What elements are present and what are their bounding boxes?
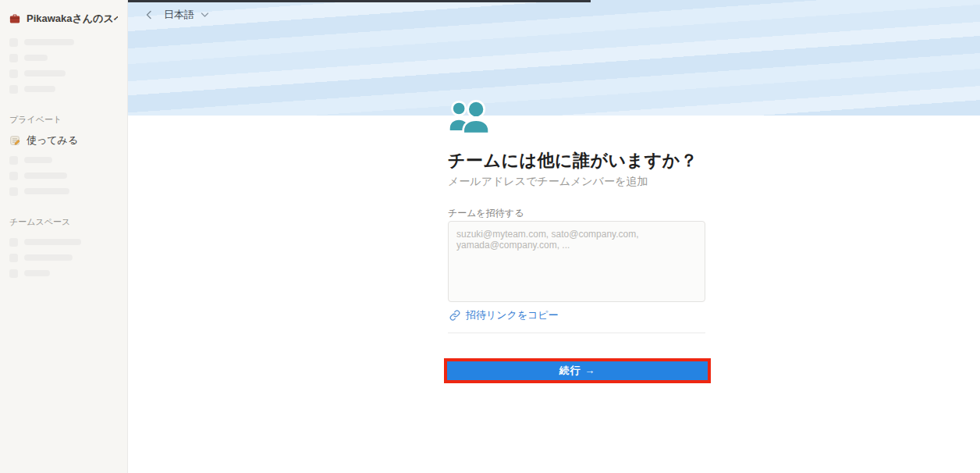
sidebar-skeleton-group-teamspace (0, 234, 127, 281)
skeleton-item (0, 168, 127, 183)
copy-invite-link-button[interactable]: 招待リンクをコピー (449, 308, 559, 322)
page-subtitle: メールアドレスでチームメンバーを追加 (448, 175, 648, 189)
memo-pencil-icon (9, 135, 20, 146)
chevron-down-icon (201, 12, 209, 18)
continue-button[interactable]: 続行 → (447, 361, 708, 380)
sidebar: Pikawakaさんのスペース プライベート 使ってみる (0, 0, 128, 473)
workspace-name: Pikawakaさんのスペース (27, 12, 118, 26)
skeleton-item (0, 66, 127, 81)
invite-field-label: チームを招待する (448, 207, 524, 220)
window-top-strip (128, 0, 591, 2)
app-root: Pikawakaさんのスペース プライベート 使ってみる (0, 0, 980, 473)
skeleton-item (0, 265, 127, 281)
sidebar-section-teamspace: チームスペース (0, 216, 127, 228)
workspace-switcher[interactable]: Pikawakaさんのスペース (0, 9, 127, 28)
skeleton-item (0, 234, 127, 250)
highlight-annotation-red-box: 続行 → (444, 358, 711, 383)
skeleton-item (0, 250, 127, 265)
invite-emails-input[interactable] (448, 221, 705, 302)
team-people-icon (446, 100, 492, 137)
skeleton-item (0, 152, 127, 168)
link-chain-icon (449, 310, 460, 321)
copy-invite-link-label: 招待リンクをコピー (466, 308, 559, 322)
sidebar-item-getting-started[interactable]: 使ってみる (0, 132, 127, 149)
briefcase-icon (9, 13, 20, 24)
skeleton-item (0, 50, 127, 66)
language-selector[interactable]: 日本語 (145, 8, 209, 22)
divider (448, 333, 705, 333)
sidebar-skeleton-group-top (0, 34, 127, 97)
sidebar-section-private: プライベート (0, 114, 127, 126)
language-label[interactable]: 日本語 (164, 8, 194, 22)
page-title: チームには他に誰がいますか？ (448, 149, 698, 172)
skeleton-item (0, 183, 127, 199)
sidebar-skeleton-group-private (0, 152, 127, 199)
chevron-left-icon[interactable] (145, 10, 153, 20)
header-banner (128, 0, 980, 116)
skeleton-item (0, 34, 127, 50)
sidebar-item-label: 使ってみる (27, 133, 78, 148)
skeleton-item (0, 81, 127, 97)
